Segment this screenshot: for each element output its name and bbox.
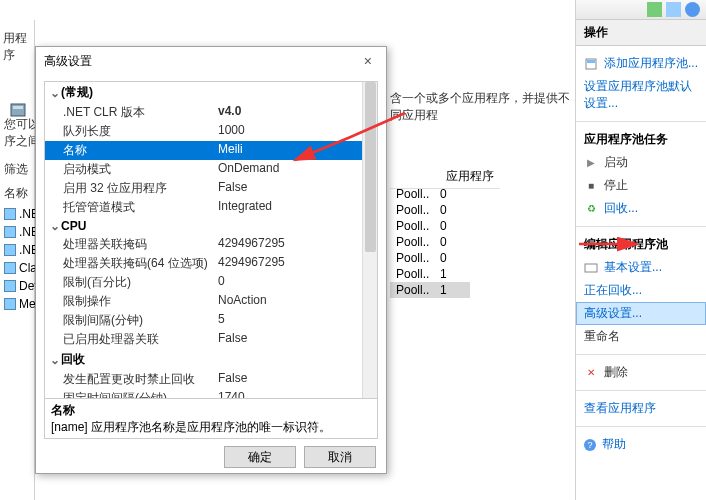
- list-item[interactable]: Cla: [4, 259, 39, 277]
- table-row[interactable]: Pooll..0: [390, 186, 470, 202]
- bg-table-rows: Pooll..0Pooll..0Pooll..0Pooll..0Pooll..0…: [390, 186, 470, 298]
- prop-limit-action[interactable]: 限制操作NoAction: [45, 292, 362, 311]
- svg-rect-1: [13, 106, 23, 109]
- actions-header: 操作: [576, 20, 706, 46]
- advanced-settings-dialog: 高级设置 × ⌄(常规) .NET CLR 版本v4.0 队列长度1000 名称…: [35, 46, 387, 474]
- col-apps-header: 应用程序: [440, 165, 500, 188]
- add-icon: [584, 57, 598, 71]
- table-row[interactable]: Pooll..0: [390, 234, 470, 250]
- play-icon: ▶: [584, 156, 598, 170]
- action-recycling[interactable]: 正在回收...: [576, 279, 706, 302]
- list-item[interactable]: .NE: [4, 241, 39, 259]
- scrollbar[interactable]: [362, 82, 377, 398]
- table-row[interactable]: Pooll..1: [390, 266, 470, 282]
- tasks-title: 应用程序池任务: [576, 128, 706, 151]
- prop-limit-percent[interactable]: 限制(百分比)0: [45, 273, 362, 292]
- category-recycle[interactable]: ⌄回收: [45, 349, 362, 370]
- prop-clr-version[interactable]: .NET CLR 版本v4.0: [45, 103, 362, 122]
- stop-icon: ■: [584, 179, 598, 193]
- dialog-titlebar[interactable]: 高级设置 ×: [36, 47, 386, 75]
- prop-name[interactable]: 名称Meili: [45, 141, 362, 160]
- prop-limit-interval[interactable]: 限制间隔(分钟)5: [45, 311, 362, 330]
- prop-affinity-enabled[interactable]: 已启用处理器关联False: [45, 330, 362, 349]
- scrollbar-thumb[interactable]: [365, 82, 376, 252]
- prop-start-mode[interactable]: 启动模式OnDemand: [45, 160, 362, 179]
- recycle-icon: ♻: [584, 202, 598, 216]
- prop-affinity-mask[interactable]: 处理器关联掩码4294967295: [45, 235, 362, 254]
- category-cpu[interactable]: ⌄CPU: [45, 217, 362, 235]
- prop-queue-length[interactable]: 队列长度1000: [45, 122, 362, 141]
- action-add-pool[interactable]: 添加应用程序池...: [576, 52, 706, 75]
- category-general[interactable]: ⌄(常规): [45, 82, 362, 103]
- help-icon[interactable]: [685, 2, 700, 17]
- prop-pipeline-mode[interactable]: 托管管道模式Integrated: [45, 198, 362, 217]
- action-set-default[interactable]: 设置应用程序池默认设置...: [576, 75, 706, 115]
- chevron-down-icon[interactable]: ⌄: [49, 219, 61, 233]
- tool-icon-2[interactable]: [666, 2, 681, 17]
- chevron-down-icon[interactable]: ⌄: [49, 86, 61, 100]
- tool-icon-1[interactable]: [647, 2, 662, 17]
- ok-button[interactable]: 确定: [224, 446, 296, 468]
- delete-icon: ✕: [584, 366, 598, 380]
- cancel-button[interactable]: 取消: [304, 446, 376, 468]
- table-row[interactable]: Pooll..1: [390, 282, 470, 298]
- help-icon: ?: [584, 439, 596, 451]
- actions-panel: 操作 添加应用程序池... 设置应用程序池默认设置... 应用程序池任务 ▶启动…: [576, 20, 706, 500]
- filter-label: 筛选: [4, 160, 28, 178]
- close-button[interactable]: ×: [358, 53, 378, 69]
- prop-no-recycle-config[interactable]: 发生配置更改时禁止回收False: [45, 370, 362, 389]
- dialog-title: 高级设置: [44, 53, 92, 70]
- prop-affinity-mask64[interactable]: 处理器关联掩码(64 位选项)4294967295: [45, 254, 362, 273]
- description-panel: 名称 [name] 应用程序池名称是应用程序池的唯一标识符。: [44, 399, 378, 439]
- description-text: [name] 应用程序池名称是应用程序池的唯一标识符。: [51, 419, 371, 436]
- action-rename[interactable]: 重命名: [576, 325, 706, 348]
- col-name-header: 名称: [4, 185, 28, 202]
- list-item[interactable]: Def: [4, 277, 39, 295]
- action-start[interactable]: ▶启动: [576, 151, 706, 174]
- settings-icon: [584, 261, 598, 275]
- action-delete[interactable]: ✕删除: [576, 361, 706, 384]
- edit-title: 编辑应用程序池: [576, 233, 706, 256]
- list-item[interactable]: .NE: [4, 223, 39, 241]
- action-stop[interactable]: ■停止: [576, 174, 706, 197]
- property-grid[interactable]: ⌄(常规) .NET CLR 版本v4.0 队列长度1000 名称Meili 启…: [44, 81, 378, 399]
- description-title: 名称: [51, 402, 371, 419]
- prop-enable-32bit[interactable]: 启用 32 位应用程序False: [45, 179, 362, 198]
- action-view-apps[interactable]: 查看应用程序: [576, 397, 706, 420]
- table-row[interactable]: Pooll..0: [390, 202, 470, 218]
- action-basic-settings[interactable]: 基本设置...: [576, 256, 706, 279]
- action-recycle[interactable]: ♻回收...: [576, 197, 706, 220]
- list-item[interactable]: Me: [4, 295, 39, 313]
- table-row[interactable]: Pooll..0: [390, 250, 470, 266]
- list-item[interactable]: .NE: [4, 205, 39, 223]
- svg-rect-4: [587, 60, 595, 63]
- chevron-down-icon[interactable]: ⌄: [49, 353, 61, 367]
- table-row[interactable]: Pooll..0: [390, 218, 470, 234]
- action-help[interactable]: ?帮助: [576, 433, 706, 456]
- action-advanced-settings[interactable]: 高级设置...: [576, 302, 706, 325]
- prop-fixed-interval[interactable]: 固定时间间隔(分钟)1740: [45, 389, 362, 399]
- svg-rect-5: [585, 264, 597, 272]
